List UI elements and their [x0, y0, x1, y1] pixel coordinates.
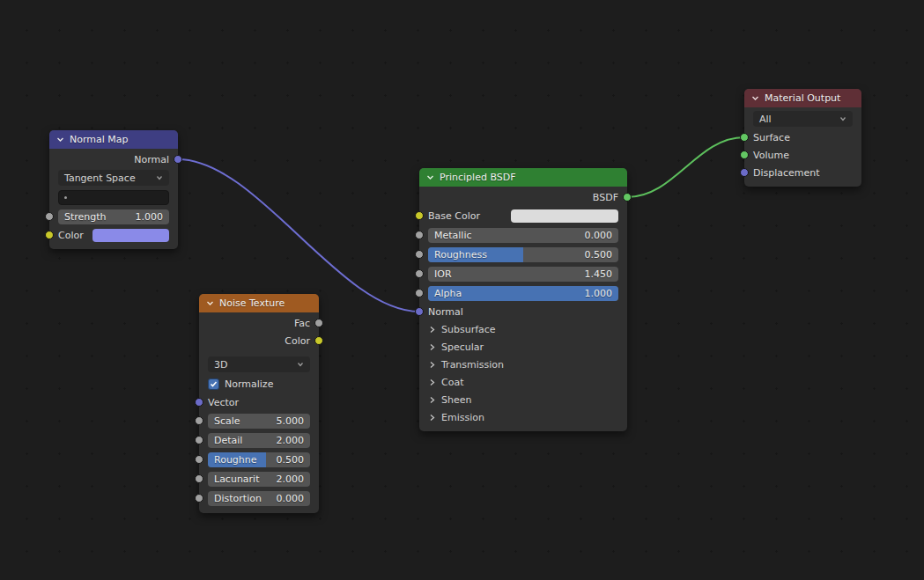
- principled-bsdf-header[interactable]: Principled BSDF: [419, 168, 627, 187]
- scale-label: Scale: [214, 415, 240, 427]
- target-dropdown[interactable]: All: [753, 111, 853, 127]
- lacunarity-value: 2.000: [277, 474, 305, 485]
- node-title: Principled BSDF: [440, 172, 516, 183]
- alpha-label: Alpha: [434, 288, 462, 299]
- chevron-down-icon: [156, 174, 163, 181]
- alpha-value: 1.000: [585, 288, 613, 299]
- target-dropdown-value: All: [759, 114, 772, 125]
- distortion-slider[interactable]: Distortion 0.000: [208, 491, 310, 506]
- alpha-input-socket[interactable]: [415, 289, 424, 297]
- displacement-input-socket[interactable]: [740, 168, 749, 177]
- metallic-input-socket[interactable]: [415, 231, 424, 239]
- ior-row: IOR 1.450: [419, 264, 627, 283]
- chevron-right-icon: [428, 414, 436, 422]
- distortion-label: Distortion: [214, 493, 262, 504]
- vector-label: Vector: [208, 397, 239, 408]
- vector-input-socket[interactable]: [195, 398, 203, 407]
- ior-value: 1.450: [585, 268, 613, 280]
- chevron-right-icon: [428, 343, 436, 351]
- color-input-socket[interactable]: [45, 231, 54, 239]
- surface-input-socket[interactable]: [740, 133, 749, 142]
- chevron-down-icon[interactable]: [56, 136, 64, 143]
- metallic-label: Metallic: [434, 230, 472, 241]
- strength-input-socket[interactable]: [45, 212, 54, 221]
- roughness-slider[interactable]: Roughne 0.500: [208, 452, 310, 467]
- normal-output-socket[interactable]: [174, 155, 182, 164]
- metallic-slider[interactable]: Metallic 0.000: [428, 228, 618, 243]
- chevron-right-icon: [428, 361, 436, 369]
- color-output-socket[interactable]: [314, 336, 323, 345]
- roughness-row: Roughne 0.500: [199, 450, 319, 469]
- scale-slider[interactable]: Scale 5.000: [208, 414, 310, 429]
- noise-texture-header[interactable]: Noise Texture: [199, 294, 319, 312]
- base-color-swatch[interactable]: [511, 209, 618, 223]
- distortion-input-socket[interactable]: [195, 494, 203, 503]
- detail-slider[interactable]: Detail 2.000: [208, 433, 310, 448]
- space-dropdown[interactable]: Tangent Space: [58, 170, 169, 186]
- link-normalmap-to-bsdf[interactable]: [178, 159, 419, 312]
- lacunarity-label: Lacunarit: [214, 474, 260, 485]
- roughness-input-socket[interactable]: [415, 250, 424, 259]
- node-material-output[interactable]: Material Output All Surface Volume Displ…: [744, 89, 861, 187]
- strength-value: 1.000: [136, 211, 164, 223]
- fac-output-socket[interactable]: [314, 319, 323, 327]
- ior-input-socket[interactable]: [415, 269, 424, 278]
- normal-map-header[interactable]: Normal Map: [49, 130, 178, 149]
- node-principled-bsdf[interactable]: Principled BSDF BSDF Base Color Metallic…: [419, 168, 627, 431]
- normalize-checkbox[interactable]: [208, 378, 219, 390]
- dimensions-dropdown-value: 3D: [214, 359, 227, 371]
- uv-map-field[interactable]: [58, 190, 169, 205]
- dimensions-dropdown[interactable]: 3D: [208, 356, 310, 372]
- roughness-input-socket[interactable]: [195, 455, 203, 464]
- metallic-value: 0.000: [585, 230, 613, 241]
- base-color-input-socket[interactable]: [415, 211, 424, 220]
- normal-input-socket[interactable]: [415, 307, 424, 316]
- space-dropdown-value: Tangent Space: [64, 173, 136, 184]
- link-bsdf-to-output[interactable]: [627, 137, 744, 197]
- panel-transmission[interactable]: Transmission: [419, 356, 627, 373]
- panel-label: Transmission: [441, 359, 504, 371]
- distortion-row: Distortion 0.000: [199, 488, 319, 508]
- panel-coat[interactable]: Coat: [419, 373, 627, 391]
- surface-label: Surface: [753, 132, 790, 143]
- panel-sheen[interactable]: Sheen: [419, 391, 627, 408]
- chevron-down-icon[interactable]: [426, 173, 434, 181]
- ior-slider[interactable]: IOR 1.450: [428, 267, 618, 282]
- fac-output-row: Fac: [199, 314, 319, 332]
- panel-label: Sheen: [441, 394, 471, 406]
- chevron-right-icon: [428, 396, 436, 404]
- node-noise-texture[interactable]: Noise Texture Fac Color 3D Normalize Vec…: [199, 294, 319, 513]
- volume-label: Volume: [753, 150, 789, 161]
- volume-input-row: Volume: [744, 146, 861, 164]
- color-label: Color: [58, 230, 84, 241]
- strength-slider[interactable]: Strength 1.000: [58, 209, 169, 224]
- panel-subsurface[interactable]: Subsurface: [419, 320, 627, 338]
- volume-input-socket[interactable]: [740, 151, 749, 159]
- ior-label: IOR: [434, 268, 452, 280]
- lacunarity-slider[interactable]: Lacunarit 2.000: [208, 472, 310, 487]
- bsdf-output-label: BSDF: [593, 192, 618, 203]
- panel-specular[interactable]: Specular: [419, 338, 627, 356]
- panel-label: Specular: [441, 341, 484, 353]
- panel-emission[interactable]: Emission: [419, 408, 627, 426]
- detail-input-socket[interactable]: [195, 436, 203, 444]
- node-normal-map[interactable]: Normal Map Normal Tangent Space Strength…: [49, 130, 178, 249]
- scale-value: 5.000: [277, 415, 305, 427]
- normal-output-label: Normal: [134, 154, 169, 165]
- roughness-value: 0.500: [585, 249, 613, 261]
- material-output-header[interactable]: Material Output: [744, 89, 861, 107]
- bsdf-output-socket[interactable]: [623, 193, 632, 202]
- scale-input-socket[interactable]: [195, 416, 203, 425]
- chevron-down-icon[interactable]: [751, 94, 759, 102]
- bsdf-output-row: BSDF: [419, 188, 627, 206]
- chevron-down-icon[interactable]: [206, 299, 214, 307]
- alpha-slider[interactable]: Alpha 1.000: [428, 286, 618, 301]
- lacunarity-input-socket[interactable]: [195, 474, 203, 483]
- roughness-slider[interactable]: Roughness 0.500: [428, 247, 618, 262]
- base-color-row: Base Color: [419, 206, 627, 225]
- strength-row: Strength 1.000: [49, 207, 178, 226]
- panel-label: Emission: [441, 412, 484, 423]
- normal-color-swatch[interactable]: [92, 229, 169, 242]
- detail-row: Detail 2.000: [199, 430, 319, 450]
- chevron-right-icon: [428, 378, 436, 386]
